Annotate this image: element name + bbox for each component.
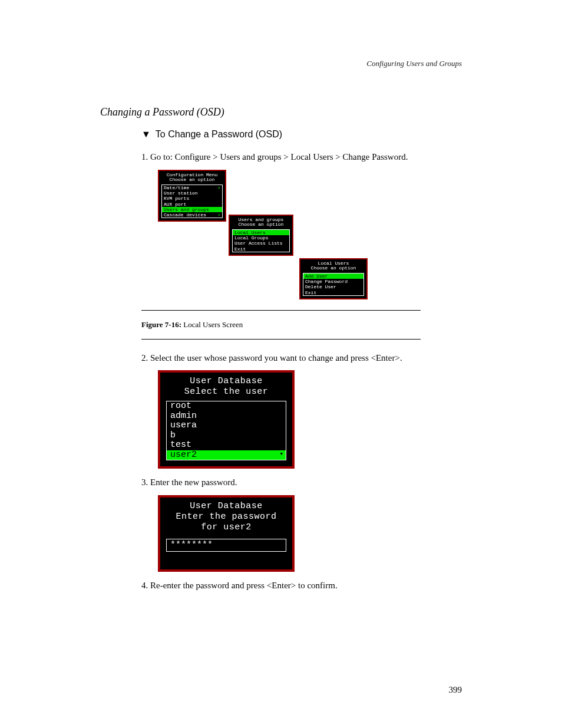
figure-text: Local Users Screen — [183, 320, 243, 329]
osd-item-selected[interactable]: Add User — [303, 274, 363, 279]
osd-title-line1: User Database — [160, 376, 292, 387]
document-page: Configuring Users and Groups Changing a … — [0, 0, 562, 728]
procedure-text: To Change a Password (OSD) — [156, 129, 282, 140]
osd-item[interactable]: Exit — [303, 290, 363, 295]
osd-item[interactable]: Delete User — [303, 284, 363, 289]
osd-config-menu: Configuration Menu Choose an option ▴ Da… — [158, 170, 226, 222]
osd-menu-cascade: Configuration Menu Choose an option ▴ Da… — [158, 170, 462, 305]
figure-label: Figure 7-16: — [141, 320, 181, 329]
step-4: 4. Re-enter the password and press <Ente… — [141, 579, 462, 592]
osd-title: Users and groups Choose an option — [230, 216, 292, 229]
osd-list[interactable]: root admin usera b test user2 — [166, 401, 286, 460]
osd-title-line2: Choose an option — [230, 222, 292, 228]
osd-title: Configuration Menu Choose an option — [159, 171, 225, 184]
osd-item[interactable]: User station — [162, 190, 222, 196]
osd-list[interactable]: Local Users Local Groups User Access Lis… — [232, 229, 290, 252]
osd-title-line2: Select the user — [160, 387, 292, 397]
osd-item[interactable]: b — [167, 431, 286, 441]
running-header: Configuring Users and Groups — [366, 59, 462, 68]
step-3: 3. Enter the new password. — [141, 476, 462, 489]
osd-item[interactable]: User Access Lists — [233, 241, 289, 246]
osd-title-line2: Choose an option — [159, 177, 225, 183]
osd-item[interactable]: Exit — [233, 246, 289, 252]
osd-item[interactable]: Date/time — [162, 185, 222, 190]
osd-title-line2: Enter the password — [160, 512, 292, 522]
osd-title-line3: for user2 — [160, 522, 292, 533]
osd-item-selected[interactable]: Local Users — [233, 230, 289, 235]
osd-item-selected[interactable]: user2 — [167, 450, 286, 460]
scroll-up-icon[interactable]: ▴ — [218, 185, 220, 190]
osd-item[interactable]: test — [167, 440, 286, 450]
osd-item[interactable]: Change Password — [303, 279, 363, 284]
osd-title: Local Users Choose an option — [300, 259, 366, 272]
osd-item[interactable]: AUX port — [162, 202, 222, 207]
step-1: 1. Go to: Configure > Users and groups >… — [141, 150, 462, 164]
osd-item[interactable]: usera — [167, 421, 286, 431]
osd-item-selected[interactable]: Users and groups — [162, 207, 222, 212]
osd-user-database: User Database Select the user root admin… — [158, 370, 295, 469]
osd-item[interactable]: Local Groups — [233, 235, 289, 241]
page-number: 399 — [449, 685, 462, 695]
procedure-heading: ▼ To Change a Password (OSD) — [141, 129, 462, 140]
password-input[interactable]: ******** — [166, 539, 286, 552]
osd-users-groups-menu: Users and groups Choose an option Local … — [229, 215, 293, 256]
osd-title: User Database Select the user — [160, 376, 292, 400]
scroll-down-icon[interactable]: ▾ — [218, 213, 220, 218]
osd-title: User Database Enter the password for use… — [160, 501, 292, 538]
figure-caption: Figure 7-16: Local Users Screen — [141, 310, 421, 340]
osd-list[interactable]: Add User Change Password Delete User Exi… — [303, 273, 364, 296]
osd-title-line1: User Database — [160, 501, 292, 512]
section-title: Changing a Password (OSD) — [100, 106, 462, 118]
osd-item[interactable]: admin — [167, 411, 286, 421]
step-2: 2. Select the user whose password you wa… — [141, 351, 462, 365]
osd-item[interactable]: KVM ports — [162, 196, 222, 201]
osd-item[interactable]: Cascade devices — [162, 212, 222, 218]
osd-password-dialog: User Database Enter the password for use… — [158, 495, 295, 572]
osd-list[interactable]: ▴ Date/time User station KVM ports AUX p… — [161, 185, 223, 218]
osd-local-users-menu: Local Users Choose an option Add User Ch… — [299, 258, 368, 299]
procedure-marker-icon: ▼ — [141, 129, 151, 140]
osd-title-line2: Choose an option — [300, 266, 366, 271]
osd-item[interactable]: root — [167, 401, 286, 411]
